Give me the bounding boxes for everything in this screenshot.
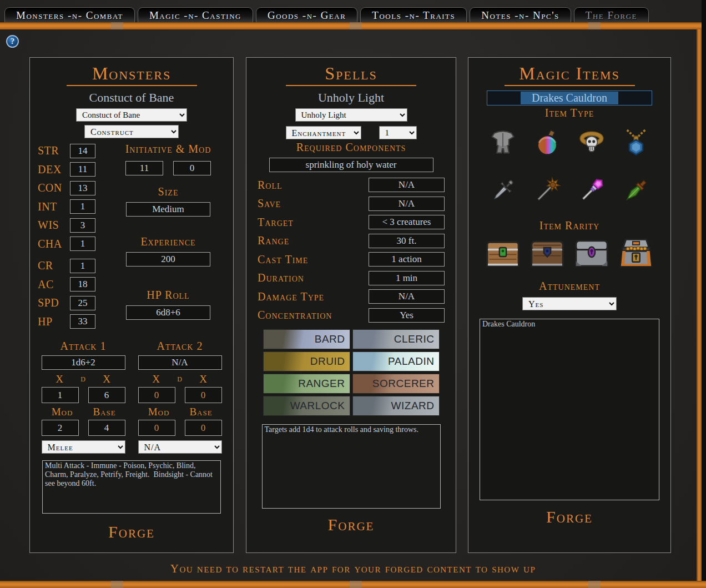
stat-label-spd: SPD — [38, 296, 70, 309]
attack-2-die-input[interactable]: 0 — [185, 387, 222, 403]
item-name-input[interactable]: Drakes Cauldron — [487, 91, 652, 105]
uncommon-chest-icon[interactable] — [530, 239, 565, 269]
spell-field-input-roll[interactable]: N/A — [369, 178, 445, 192]
potion-icon[interactable] — [531, 127, 563, 158]
spell-fields: RollN/ASaveN/ATarget< 3 creaturesRange30… — [258, 178, 445, 323]
spell-field-input-duration[interactable]: 1 min — [369, 271, 445, 285]
monster-name-select[interactable]: Constuct of Bane — [76, 108, 187, 122]
spell-level-select[interactable]: 1 — [379, 126, 417, 139]
size-input[interactable]: Medium — [126, 202, 210, 217]
tab-tools-n-traits[interactable]: Tools -n- Traits — [360, 7, 467, 23]
magic-items-forge-button[interactable]: Forge — [468, 507, 670, 526]
monster-notes-textarea[interactable]: Multi Attack - Immune - Poison, Psychic,… — [42, 460, 221, 514]
mace-icon[interactable] — [531, 175, 563, 206]
attack-2-damage-input[interactable]: N/A — [138, 355, 222, 370]
stat-input-con[interactable]: 13 — [70, 181, 95, 195]
class-button-wizard[interactable]: WIZARD — [352, 396, 440, 416]
attack-2-dice-count-input[interactable]: 0 — [138, 387, 175, 403]
top-orange-bar — [0, 22, 706, 29]
attack-2-mod-input[interactable]: 0 — [138, 420, 175, 436]
class-button-bard[interactable]: BARD — [263, 329, 350, 349]
right-orange-bar — [697, 29, 702, 581]
stat-label-dex: DEX — [38, 163, 70, 176]
stat-input-dex[interactable]: 11 — [70, 162, 95, 177]
magic-items-title: Magic Items — [468, 63, 670, 84]
tab-magic-n-casting[interactable]: Magic -n- Casting — [138, 7, 253, 23]
ring-icon[interactable] — [576, 127, 608, 158]
legendary-chest-icon[interactable] — [618, 239, 654, 269]
spell-field-label-concentration: Concentration — [258, 309, 369, 321]
tab-bar: Monsters -n- CombatMagic -n- CastingGood… — [4, 7, 649, 23]
spell-field-label-range: Range — [258, 234, 369, 247]
hp-roll-input[interactable]: 6d8+6 — [126, 305, 210, 320]
stat-label-str: STR — [38, 144, 70, 157]
item-list-entry[interactable]: Drakes Cauldron — [482, 320, 657, 329]
attack-2-label: Attack 2 — [157, 340, 203, 353]
experience-input[interactable]: 200 — [126, 252, 210, 267]
attack-1-mod-input[interactable]: 2 — [42, 420, 79, 436]
common-chest-icon[interactable] — [485, 239, 521, 269]
spell-name-select[interactable]: Unholy Light — [295, 108, 407, 122]
class-button-sorcerer[interactable]: SORCERER — [352, 374, 440, 394]
class-button-warlock[interactable]: WARLOCK — [263, 396, 350, 416]
stat-row: CHA1 — [38, 235, 111, 254]
rare-chest-icon[interactable] — [574, 239, 609, 269]
help-icon[interactable]: ? — [6, 35, 19, 48]
attack-1-type-select[interactable]: Melee — [42, 440, 125, 454]
spells-forge-button[interactable]: Forge — [246, 515, 456, 534]
size-label: Size — [158, 185, 179, 198]
stat-input-spd[interactable]: 25 — [70, 296, 95, 310]
wand-icon[interactable] — [576, 175, 608, 206]
required-components-label: Required Components — [246, 141, 456, 154]
stat-input-cha[interactable]: 1 — [70, 237, 95, 251]
spell-description-textarea[interactable]: Targets add 1d4 to attack rolls and savi… — [262, 424, 441, 509]
monsters-forge-button[interactable]: Forge — [30, 522, 233, 541]
attack-2-base-input[interactable]: 0 — [185, 420, 222, 436]
item-rarity-label: Item Rarity — [468, 219, 670, 232]
tab-notes-n-npc-s[interactable]: Notes -n- Npc's — [470, 7, 571, 23]
spell-field-input-target[interactable]: < 3 creatures — [369, 215, 445, 229]
attunement-select[interactable]: Yes — [522, 297, 617, 310]
item-listbox[interactable]: Drakes Cauldron — [480, 319, 659, 500]
attack-1-base-input[interactable]: 4 — [88, 420, 125, 436]
attack-2-group: Attack 2 N/A XdX 0 0 ModBase 0 0 N/A — [138, 340, 222, 454]
spell-field-input-cast-time[interactable]: 1 action — [369, 252, 445, 267]
stat-input-ac[interactable]: 18 — [70, 277, 95, 292]
spell-field-input-save[interactable]: N/A — [369, 197, 445, 211]
initiative-mod-input[interactable]: 0 — [173, 161, 211, 175]
stat-input-hp[interactable]: 33 — [70, 314, 95, 329]
stat-input-wis[interactable]: 3 — [70, 218, 95, 233]
spell-school-select[interactable]: Enchantment — [286, 126, 361, 139]
item-type-label: Item Type — [468, 107, 670, 119]
armor-icon[interactable] — [487, 127, 519, 158]
stat-input-int[interactable]: 1 — [70, 199, 95, 214]
tab-goods-n-gear[interactable]: Goods -n- Gear — [256, 7, 357, 23]
tab-monsters-n-combat[interactable]: Monsters -n- Combat — [4, 7, 135, 23]
initiative-input[interactable]: 11 — [125, 161, 163, 175]
spell-field-input-concentration[interactable]: Yes — [369, 308, 445, 323]
spell-field-input-damage-type[interactable]: N/A — [369, 289, 445, 304]
spell-field-label-roll: Roll — [258, 179, 369, 192]
attack-2-type-select[interactable]: N/A — [138, 440, 222, 454]
amulet-icon[interactable] — [620, 127, 652, 158]
monster-type-select[interactable]: Construct — [84, 125, 179, 138]
spell-field-label-save: Save — [258, 197, 369, 210]
item-rarity-row — [468, 239, 670, 269]
class-button-druid[interactable]: DRUID — [263, 351, 350, 371]
required-components-input[interactable]: sprinkling of holy water — [269, 158, 433, 172]
class-button-paladin[interactable]: PALADIN — [352, 351, 440, 371]
spell-field-input-range[interactable]: 30 ft. — [369, 234, 445, 248]
stat-input-str[interactable]: 14 — [70, 144, 95, 158]
class-button-ranger[interactable]: RANGER — [263, 374, 350, 394]
spell-field-label-cast-time: Cast Time — [258, 253, 369, 266]
stat-row: SPD25 — [38, 294, 111, 313]
tab-the-forge[interactable]: The Forge — [574, 7, 649, 23]
attack-1-die-input[interactable]: 6 — [88, 387, 125, 403]
initiative-label: Initiative & Mod — [125, 143, 211, 155]
attack-1-damage-input[interactable]: 1d6+2 — [42, 355, 125, 370]
class-button-cleric[interactable]: CLERIC — [352, 329, 440, 349]
sword-icon[interactable] — [487, 175, 519, 206]
stat-input-cr[interactable]: 1 — [70, 259, 95, 273]
dagger-icon[interactable] — [620, 175, 652, 206]
attack-1-dice-count-input[interactable]: 1 — [42, 387, 79, 403]
